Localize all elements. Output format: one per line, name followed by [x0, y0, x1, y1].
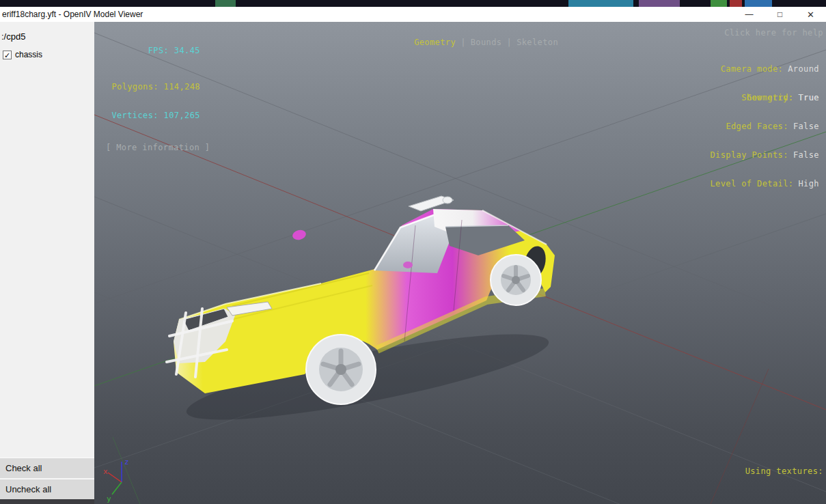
vertices-stat: Vertices: 107,265	[106, 111, 200, 120]
setting-label: Camera mode:	[721, 64, 784, 74]
chassis-label: chassis	[15, 50, 42, 59]
axis-y-label: y	[107, 494, 111, 503]
stats-overlay: FPS: 34.45 Polygons: 114,248 Vertices: 1…	[106, 27, 200, 171]
setting-value: False	[793, 122, 819, 131]
front-wheel	[306, 335, 376, 404]
background-window-fragment	[711, 0, 727, 7]
model-part-row-chassis[interactable]: ✓ chassis	[0, 48, 94, 61]
render-mode-tabs: Geometry|Bounds|Skeleton	[362, 28, 558, 57]
window-body: :/cpd5 ✓ chassis Check all Uncheck all	[0, 22, 826, 504]
help-link[interactable]: Click here for help	[724, 28, 823, 38]
background-window-fragment	[639, 0, 680, 7]
background-window-fragment	[568, 0, 633, 7]
desktop-background-sliver	[0, 0, 826, 7]
axis-x-label: x	[103, 467, 108, 476]
more-information-link[interactable]: [ More information ]	[106, 143, 200, 152]
setting-label: Edged Faces:	[726, 122, 788, 131]
polygons-stat: Polygons: 114,248	[106, 82, 200, 92]
textures-header: Using textures:	[709, 465, 823, 477]
minimize-button[interactable]: —	[734, 7, 765, 22]
chassis-checkbox[interactable]: ✓	[3, 51, 12, 59]
background-window-fragment	[730, 0, 742, 7]
mode-skeleton[interactable]: Skeleton	[517, 38, 558, 47]
rear-wheel	[491, 255, 541, 305]
render-settings: Geometry:True Edged Faces:False Display …	[711, 74, 820, 208]
setting-label: Geometry:	[747, 93, 794, 102]
window-controls: — □ ✕	[734, 7, 826, 22]
fps-stat: FPS: 34.45	[106, 46, 200, 55]
openiv-model-viewer-window: eriff18charg.yft - OpenIV Model Viewer —…	[0, 7, 826, 504]
setting-value: High	[799, 179, 820, 188]
mode-geometry[interactable]: Geometry	[414, 38, 456, 47]
siren-dome	[443, 197, 452, 204]
setting-label: Level of Detail:	[711, 179, 794, 188]
check-all-button[interactable]: Check all	[0, 458, 94, 478]
display-points-setting[interactable]: Display Points:False	[711, 150, 820, 160]
maximize-button[interactable]: □	[765, 7, 795, 22]
axis-gizmo: x y z	[103, 458, 129, 503]
spotlight	[403, 262, 413, 268]
edged-faces-setting[interactable]: Edged Faces:False	[711, 122, 820, 131]
viewport-canvas[interactable]: x y z FPS: 34.45 Polygons: 114,248 Verti…	[94, 22, 826, 504]
background-window-fragment	[215, 0, 236, 7]
camera-mode-setting[interactable]: Camera mode:Around	[721, 64, 819, 74]
mode-separator: |	[507, 38, 512, 47]
mode-separator: |	[460, 38, 466, 47]
uncheck-all-button[interactable]: Uncheck all	[0, 479, 94, 499]
model-parts-sidebar: :/cpd5 ✓ chassis Check all Uncheck all	[0, 22, 94, 504]
background-window-fragment	[745, 0, 772, 7]
close-button[interactable]: ✕	[795, 7, 826, 22]
setting-value: False	[793, 150, 819, 160]
window-title: eriff18charg.yft - OpenIV Model Viewer	[0, 10, 734, 19]
titlebar: eriff18charg.yft - OpenIV Model Viewer —…	[0, 7, 826, 22]
screen: eriff18charg.yft - OpenIV Model Viewer —…	[0, 0, 826, 504]
car-model	[167, 196, 555, 436]
setting-value: True	[799, 93, 820, 102]
mode-bounds[interactable]: Bounds	[471, 38, 502, 47]
axis-z-label: z	[124, 458, 129, 466]
side-mirror	[292, 229, 307, 242]
model-path-label: :/cpd5	[0, 22, 94, 48]
window-bottom-edge	[0, 499, 94, 504]
setting-value: Around	[788, 64, 819, 74]
level-of-detail-setting[interactable]: Level of Detail:High	[711, 179, 820, 188]
geometry-setting[interactable]: Geometry:True	[711, 93, 820, 102]
textures-panel: Using textures: vehshare_worn.ytd[-] veh…	[709, 440, 823, 504]
setting-label: Display Points:	[711, 150, 788, 160]
